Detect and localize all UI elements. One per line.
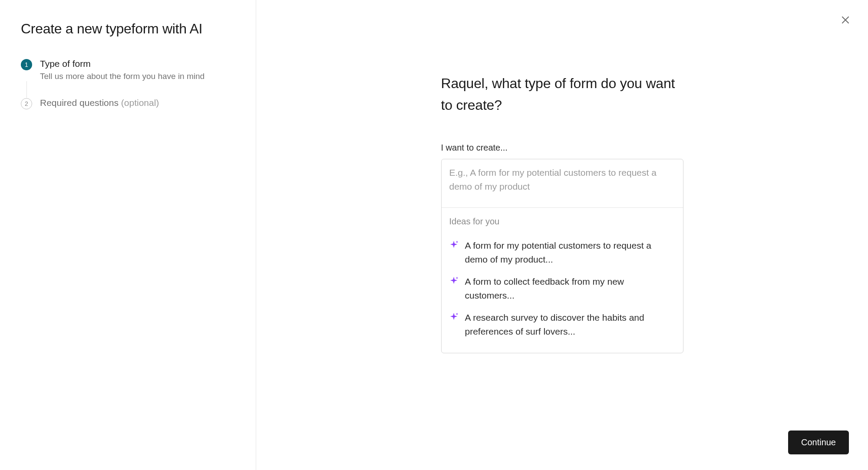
sparkle-icon [449, 276, 459, 286]
main-panel: Raquel, what type of form do you want to… [256, 0, 868, 470]
sparkle-icon [449, 312, 459, 322]
sidebar: Create a new typeform with AI 1 Type of … [0, 0, 256, 470]
step-content: Required questions (optional) [40, 98, 235, 108]
page-title: Create a new typeform with AI [21, 21, 235, 37]
main-heading: Raquel, what type of form do you want to… [441, 73, 683, 116]
step-required-questions[interactable]: 2 Required questions (optional) [21, 98, 235, 109]
ideas-section: Ideas for you A form for my potential cu… [442, 207, 683, 353]
step-badge-2: 2 [21, 98, 32, 109]
steps-list: 1 Type of form Tell us more about the fo… [21, 59, 235, 109]
close-icon [840, 15, 851, 25]
textarea-wrap [442, 159, 683, 207]
step-subtitle: Tell us more about the form you have in … [40, 72, 235, 81]
step-connector [26, 81, 27, 98]
close-button[interactable] [838, 12, 853, 28]
main-content: Raquel, what type of form do you want to… [441, 73, 683, 470]
field-box: Ideas for you A form for my potential cu… [441, 159, 683, 353]
ideas-label: Ideas for you [449, 217, 675, 227]
form-description-input[interactable] [449, 166, 675, 194]
step-type-of-form[interactable]: 1 Type of form Tell us more about the fo… [21, 59, 235, 81]
idea-text: A form for my potential customers to req… [465, 239, 675, 266]
idea-suggestion[interactable]: A form for my potential customers to req… [449, 234, 675, 270]
step-title: Type of form [40, 59, 235, 69]
step-optional-label: (optional) [121, 98, 159, 108]
sparkle-icon [449, 240, 459, 250]
idea-text: A research survey to discover the habits… [465, 311, 675, 338]
step-content: Type of form Tell us more about the form… [40, 59, 235, 81]
idea-suggestion[interactable]: A research survey to discover the habits… [449, 306, 675, 342]
idea-text: A form to collect feedback from my new c… [465, 275, 675, 302]
field-label: I want to create... [441, 143, 683, 153]
step-badge-1: 1 [21, 59, 32, 70]
step-title: Required questions (optional) [40, 98, 235, 108]
idea-suggestion[interactable]: A form to collect feedback from my new c… [449, 270, 675, 306]
continue-button[interactable]: Continue [788, 431, 849, 454]
step-title-text: Required questions [40, 98, 119, 108]
